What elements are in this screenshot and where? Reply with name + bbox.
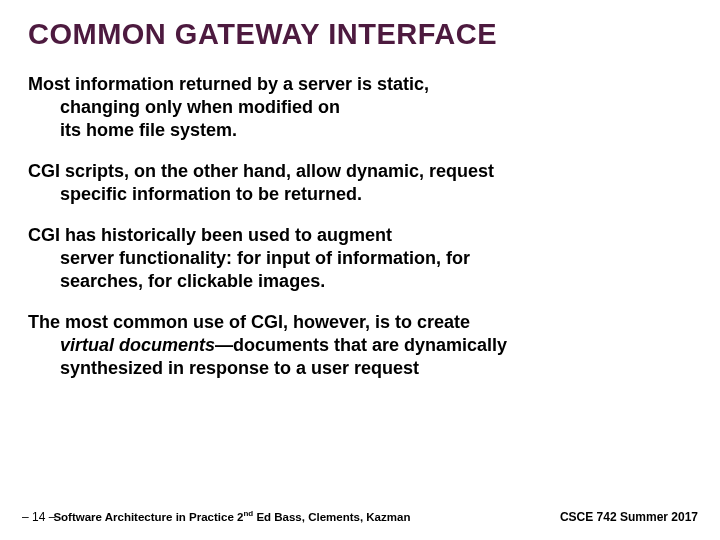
paragraph-1: Most information returned by a server is…	[28, 73, 692, 142]
p4-line3: synthesized in response to a user reques…	[28, 357, 692, 380]
page-number: – 14 –	[22, 510, 55, 524]
book-sup: nd	[243, 509, 253, 518]
book-prefix: Software Architecture in Practice 2	[53, 511, 243, 523]
p2-line1: CGI scripts, on the other hand, allow dy…	[28, 161, 494, 181]
p4-line2-wrap: virtual documents—documents that are dyn…	[28, 334, 692, 357]
p1-line2: changing only when modified on	[28, 96, 692, 119]
paragraph-4: The most common use of CGI, however, is …	[28, 311, 692, 380]
virtual-documents: virtual documents	[60, 335, 215, 355]
book-suffix: Ed Bass, Clements, Kazman	[253, 511, 410, 523]
p1-line3: its home file system.	[28, 119, 692, 142]
paragraph-3: CGI has historically been used to augmen…	[28, 224, 692, 293]
p2-line2: specific information to be returned.	[28, 183, 692, 206]
slide-title: COMMON GATEWAY INTERFACE	[28, 18, 692, 51]
p4-line2b: —documents that are dynamically	[215, 335, 507, 355]
footer: – 14 –Software Architecture in Practice …	[22, 509, 698, 524]
course-id: CSCE 742 Summer 2017	[560, 510, 698, 524]
slide: COMMON GATEWAY INTERFACE Most informatio…	[0, 0, 720, 540]
book-citation: Software Architecture in Practice 2nd Ed…	[53, 509, 410, 523]
p3-line2: server functionality: for input of infor…	[28, 247, 692, 270]
p4-line1: The most common use of CGI, however, is …	[28, 312, 470, 332]
p3-line1: CGI has historically been used to augmen…	[28, 225, 392, 245]
paragraph-2: CGI scripts, on the other hand, allow dy…	[28, 160, 692, 206]
p1-line1: Most information returned by a server is…	[28, 74, 429, 94]
p3-line3: searches, for clickable images.	[28, 270, 692, 293]
